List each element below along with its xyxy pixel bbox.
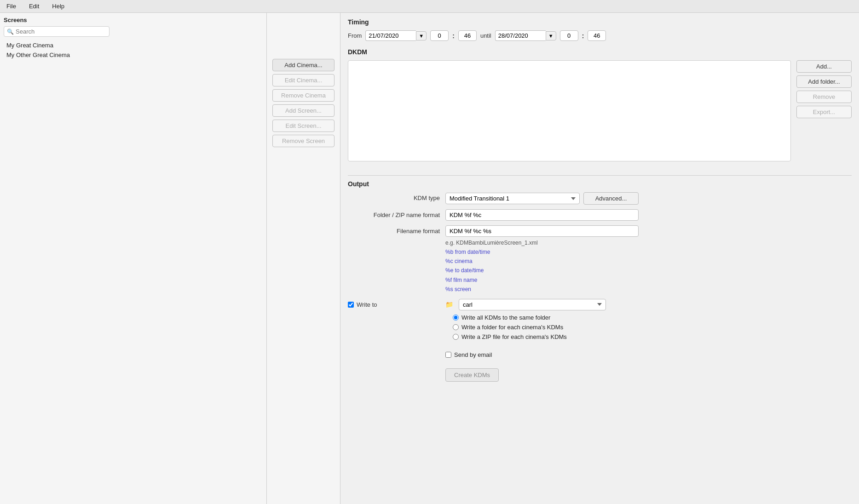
kdm-type-control: Modified Transitional 1 SMPTE Advanced..… xyxy=(445,192,639,205)
radio-zip-per-cinema[interactable]: Write a ZIP file for each cinema's KDMs xyxy=(453,333,639,340)
radio-group: Write all KDMs to the same folder Write … xyxy=(453,314,639,340)
screen-item[interactable]: My Great Cinema xyxy=(4,40,263,50)
menubar: File Edit Help xyxy=(0,0,859,13)
dkdm-list xyxy=(348,60,791,161)
from-colon: : xyxy=(452,32,455,40)
radio-folder-per-cinema[interactable]: Write a folder for each cinema's KDMs xyxy=(453,324,639,331)
filename-format-control: e.g. KDMBambiLumièreScreen_1.xml %b from… xyxy=(445,225,639,294)
write-to-checkbox[interactable] xyxy=(348,302,354,308)
folder-zip-row: Folder / ZIP name format xyxy=(348,209,852,221)
send-email-control: Send by email xyxy=(445,351,639,358)
until-date-wrapper: ▼ xyxy=(495,30,556,41)
edit-cinema-button[interactable]: Edit Cinema... xyxy=(272,74,334,86)
folder-zip-control xyxy=(445,209,639,221)
menu-edit[interactable]: Edit xyxy=(26,2,42,11)
filename-format-input[interactable] xyxy=(445,225,639,237)
screen-list: My Great Cinema My Other Great Cinema xyxy=(4,40,263,500)
write-to-control: 📁 carl Write all KDMs to the same folder… xyxy=(445,299,639,347)
radio-zip-per-cinema-label: Write a ZIP file for each cinema's KDMs xyxy=(461,333,567,340)
screens-title: Screens xyxy=(4,17,263,23)
timing-section: From ▼ : until ▼ : xyxy=(348,30,852,41)
radio-folder-per-cinema-label: Write a folder for each cinema's KDMs xyxy=(461,324,563,331)
dkdm-export-button[interactable]: Export... xyxy=(796,106,852,118)
until-minute-input[interactable] xyxy=(588,30,606,41)
from-date-wrapper: ▼ xyxy=(365,30,427,41)
separator xyxy=(348,175,852,176)
dkdm-section: Add... Add folder... Remove Export... xyxy=(348,60,852,161)
dkdm-title: DKDM xyxy=(348,48,852,56)
output-title: Output xyxy=(348,180,852,188)
search-box: 🔍 xyxy=(4,26,110,37)
timing-title: Timing xyxy=(348,18,852,26)
search-icon: 🔍 xyxy=(7,29,14,35)
hint-c: %c cinema xyxy=(445,257,639,266)
send-email-checkbox[interactable] xyxy=(445,352,451,358)
write-to-select-row: 📁 carl xyxy=(445,299,639,310)
hint-e: %e to date/time xyxy=(445,266,639,275)
send-email-checkbox-label[interactable]: Send by email xyxy=(445,351,639,358)
center-buttons: Add Cinema... Edit Cinema... Remove Cine… xyxy=(267,13,340,504)
from-label: From xyxy=(348,32,362,39)
send-email-label: Send by email xyxy=(454,351,492,358)
edit-screen-button[interactable]: Edit Screen... xyxy=(272,120,334,132)
format-hints: %b from date/time %c cinema %e to date/t… xyxy=(445,248,639,294)
add-screen-button[interactable]: Add Screen... xyxy=(272,104,334,117)
search-input[interactable] xyxy=(16,28,106,35)
send-email-label-cell xyxy=(348,351,440,354)
write-to-row: Write to 📁 carl Write all KDMs to the sa… xyxy=(348,299,852,347)
right-panel: Timing From ▼ : until ▼ : DKDM Add... xyxy=(340,13,859,504)
create-kdms-label-cell xyxy=(348,363,440,365)
until-date-dropdown[interactable]: ▼ xyxy=(546,31,556,40)
folder-zip-label: Folder / ZIP name format xyxy=(348,209,440,218)
create-kdms-control: Create KDMs xyxy=(445,363,639,382)
main-layout: Screens 🔍 My Great Cinema My Other Great… xyxy=(0,13,859,504)
hint-s: %s screen xyxy=(445,285,639,294)
until-label: until xyxy=(480,32,491,39)
radio-folder-per-cinema-input[interactable] xyxy=(453,324,459,330)
create-kdms-row: Create KDMs xyxy=(348,363,852,382)
write-to-checkbox-label[interactable]: Write to xyxy=(348,301,440,308)
dkdm-buttons: Add... Add folder... Remove Export... xyxy=(796,60,852,161)
example-text: e.g. KDMBambiLumièreScreen_1.xml xyxy=(445,240,639,246)
kdm-type-label: KDM type xyxy=(348,192,440,201)
dkdm-add-folder-button[interactable]: Add folder... xyxy=(796,75,852,88)
write-to-label: Write to xyxy=(357,301,377,308)
left-panel: Screens 🔍 My Great Cinema My Other Great… xyxy=(0,13,267,504)
remove-screen-button[interactable]: Remove Screen xyxy=(272,135,334,147)
radio-same-folder[interactable]: Write all KDMs to the same folder xyxy=(453,314,639,321)
from-hour-input[interactable] xyxy=(430,30,449,41)
from-date-input[interactable] xyxy=(365,30,416,41)
screen-item[interactable]: My Other Great Cinema xyxy=(4,50,263,60)
folder-zip-input[interactable] xyxy=(445,209,639,221)
remove-cinema-button[interactable]: Remove Cinema xyxy=(272,89,334,102)
filename-format-row: Filename format e.g. KDMBambiLumièreScre… xyxy=(348,225,852,294)
filename-format-label: Filename format xyxy=(348,225,440,235)
write-to-select[interactable]: carl xyxy=(459,299,606,310)
advanced-button[interactable]: Advanced... xyxy=(583,192,639,205)
kdm-type-select[interactable]: Modified Transitional 1 SMPTE xyxy=(445,193,580,204)
menu-file[interactable]: File xyxy=(4,2,19,11)
dkdm-add-button[interactable]: Add... xyxy=(796,60,852,73)
dkdm-remove-button[interactable]: Remove xyxy=(796,91,852,103)
hint-f: %f film name xyxy=(445,276,639,285)
send-email-row: Send by email xyxy=(348,351,852,358)
until-colon: : xyxy=(582,32,584,40)
kdm-type-row: KDM type Modified Transitional 1 SMPTE A… xyxy=(348,192,852,205)
until-hour-input[interactable] xyxy=(560,30,578,41)
radio-same-folder-input[interactable] xyxy=(453,315,459,321)
create-kdms-button[interactable]: Create KDMs xyxy=(445,368,499,382)
from-minute-input[interactable] xyxy=(458,30,477,41)
until-date-input[interactable] xyxy=(495,30,546,41)
menu-help[interactable]: Help xyxy=(49,2,67,11)
radio-zip-per-cinema-input[interactable] xyxy=(453,334,459,340)
write-to-label-cell: Write to xyxy=(348,299,440,308)
from-date-dropdown[interactable]: ▼ xyxy=(416,31,427,40)
add-cinema-button[interactable]: Add Cinema... xyxy=(272,59,334,71)
folder-icon: 📁 xyxy=(445,301,453,308)
radio-same-folder-label: Write all KDMs to the same folder xyxy=(461,314,550,321)
hint-b: %b from date/time xyxy=(445,248,639,257)
